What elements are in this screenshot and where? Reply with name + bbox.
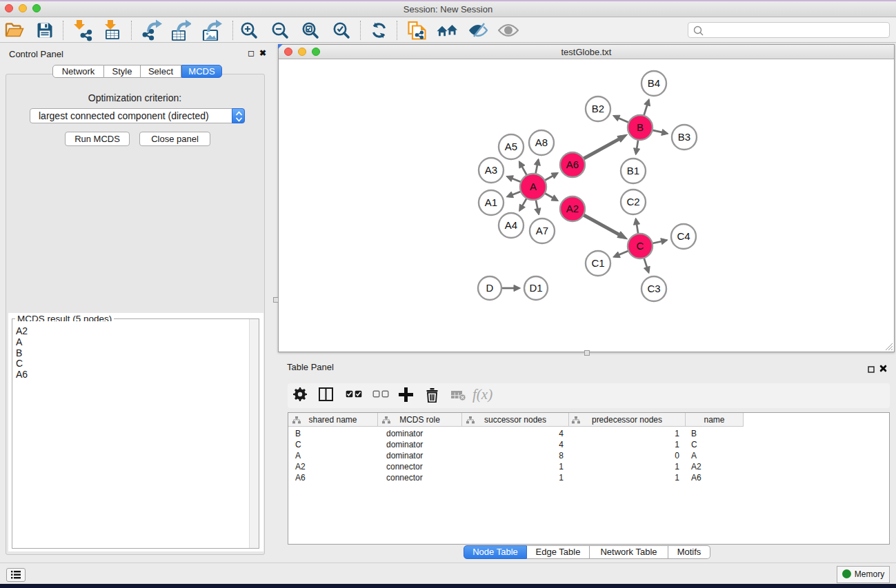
svg-text:A: A <box>530 181 537 192</box>
svg-text:D: D <box>486 282 494 294</box>
svg-text:A5: A5 <box>505 141 517 152</box>
svg-text:C: C <box>637 240 644 252</box>
svg-text:B1: B1 <box>627 165 639 176</box>
svg-text:A3: A3 <box>485 164 497 176</box>
svg-text:A6: A6 <box>566 159 579 170</box>
svg-text:A7: A7 <box>536 225 548 236</box>
svg-text:A1: A1 <box>485 196 497 208</box>
svg-text:D1: D1 <box>529 282 542 294</box>
svg-text:C3: C3 <box>647 283 660 294</box>
svg-text:A2: A2 <box>566 203 579 214</box>
svg-text:B2: B2 <box>592 103 604 114</box>
svg-text:C4: C4 <box>677 230 690 242</box>
svg-text:A8: A8 <box>535 136 548 148</box>
svg-text:C2: C2 <box>626 196 639 207</box>
svg-text:B4: B4 <box>648 77 660 89</box>
svg-text:C1: C1 <box>591 257 604 269</box>
svg-text:B: B <box>637 121 644 133</box>
svg-text:A4: A4 <box>505 219 517 231</box>
svg-text:B3: B3 <box>678 131 690 143</box>
